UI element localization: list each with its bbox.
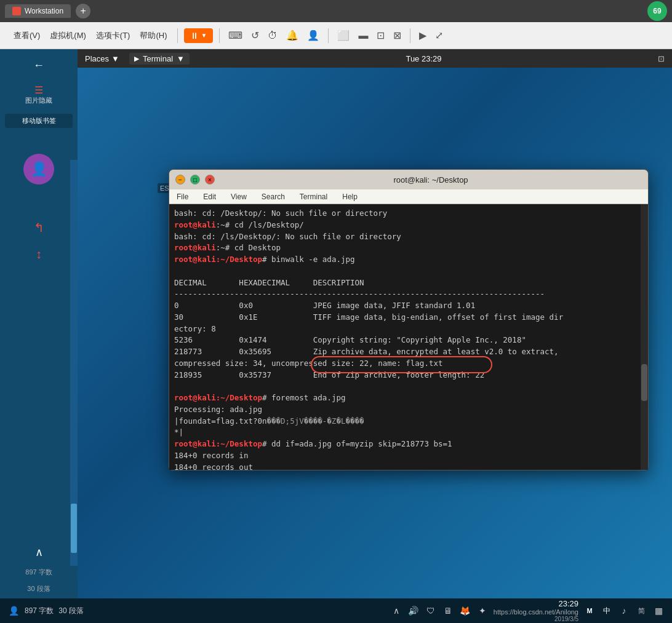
gnome-battery-icon: ⊡ bbox=[658, 54, 665, 63]
taskbar-word-count: 897 字数 bbox=[25, 606, 54, 616]
word-count-label: 897 字数 bbox=[25, 568, 52, 577]
taskbar-star-icon[interactable]: ✦ bbox=[476, 605, 489, 617]
gnome-left-group: Places ▼ ▶ Terminal ▼ bbox=[85, 53, 190, 65]
up-arrow-icon: ∧ bbox=[35, 546, 43, 558]
menu-edit[interactable]: Edit bbox=[201, 191, 218, 202]
tab-title: Workstation bbox=[25, 7, 63, 15]
taskbar-arrow-up[interactable]: ∧ bbox=[390, 605, 402, 617]
maximize-button[interactable]: □ bbox=[190, 175, 200, 185]
terminal-window: − □ × root@kali: ~/Desktop File Edit Vie… bbox=[169, 169, 649, 470]
close-button[interactable]: × bbox=[205, 175, 215, 185]
window3-icon[interactable]: ⊠ bbox=[391, 27, 404, 44]
terminal-output[interactable]: bash: cd: /Desktop/: No such file or dir… bbox=[169, 204, 648, 470]
top-label: 图片隐藏 bbox=[11, 96, 66, 105]
no-icon: ↕ bbox=[36, 247, 42, 261]
sidebar-share[interactable]: ↰ bbox=[5, 216, 73, 239]
sidebar-up-arrow[interactable]: ∧ bbox=[5, 542, 73, 563]
snapshot3-icon[interactable]: 🔔 bbox=[284, 27, 301, 44]
expand-icon[interactable]: ⤢ bbox=[433, 27, 446, 44]
taskbar-simple-label[interactable]: 简 bbox=[635, 605, 647, 617]
help-menu[interactable]: 帮助(H) bbox=[136, 28, 170, 44]
taskbar: 👤 897 字数 30 段落 ∧ 🔊 🛡 🖥 🦊 ✦ 23:29 https:/… bbox=[0, 598, 672, 623]
window-icon[interactable]: ▬ bbox=[356, 28, 370, 44]
user-avatar: 👤 bbox=[23, 154, 54, 185]
snapshot2-icon[interactable]: ⏱ bbox=[265, 28, 280, 44]
terminal-menubar: File Edit View Search Terminal Help bbox=[169, 189, 648, 204]
menu-terminal[interactable]: Terminal bbox=[297, 191, 330, 202]
vm-menu[interactable]: 虚拟机(M) bbox=[46, 28, 90, 44]
taskbar-shield-icon[interactable]: 🛡 bbox=[425, 605, 437, 617]
gnome-top-panel: Places ▼ ▶ Terminal ▼ Tue 23:29 ⊡ bbox=[78, 49, 672, 68]
separator bbox=[177, 28, 178, 43]
terminal-button[interactable]: ▶ Terminal ▼ bbox=[129, 53, 190, 65]
taskbar-monitor-icon[interactable]: 🖥 bbox=[442, 605, 454, 617]
options-menu[interactable]: 选项卡(T) bbox=[92, 28, 134, 44]
taskbar-volume-icon[interactable]: 🔊 bbox=[407, 605, 420, 617]
window2-icon[interactable]: ⊡ bbox=[374, 27, 387, 44]
sidebar-back[interactable]: ← bbox=[5, 55, 73, 76]
share-icon: ↰ bbox=[34, 221, 44, 234]
sidebar-mobile-btn[interactable]: 移动版书签 bbox=[5, 114, 73, 128]
desktop-area: Places ▼ ▶ Terminal ▼ Tue 23:29 ⊡ ESR − … bbox=[78, 49, 672, 598]
taskbar-time: 23:29 bbox=[558, 599, 578, 608]
input-method-label: M bbox=[586, 607, 592, 614]
taskbar-url: https://blog.csdn.net/Anilong bbox=[494, 608, 578, 616]
taskbar-grid-icon[interactable]: ▦ bbox=[652, 605, 665, 617]
terminal-arrow: ▼ bbox=[177, 54, 185, 63]
gnome-right-group: ⊡ bbox=[658, 54, 665, 63]
places-arrow: ▼ bbox=[111, 54, 119, 63]
terminal-prompt-icon: ▶ bbox=[134, 55, 139, 63]
menu-file[interactable]: File bbox=[174, 191, 191, 202]
fullscreen-icon[interactable]: ⬜ bbox=[335, 27, 352, 44]
taskbar-music[interactable]: ♪ bbox=[618, 605, 630, 617]
view-menu[interactable]: 查看(V) bbox=[10, 28, 44, 44]
taskbar-date: 2019/3/5 bbox=[554, 616, 578, 622]
terminal-titlebar: − □ × root@kali: ~/Desktop bbox=[169, 170, 648, 189]
para-count-label: 30 段落 bbox=[27, 584, 50, 593]
places-button[interactable]: Places ▼ bbox=[85, 54, 119, 63]
tab-icon bbox=[12, 7, 21, 15]
terminal-text: bash: cd: /Desktop/: No such file or dir… bbox=[174, 208, 643, 470]
menu-help[interactable]: Help bbox=[340, 191, 360, 202]
snapshot4-icon[interactable]: 👤 bbox=[305, 27, 322, 44]
pause-chevron: ▼ bbox=[201, 32, 207, 39]
sidebar-scrollbar[interactable] bbox=[70, 160, 78, 566]
new-tab-button[interactable]: + bbox=[76, 4, 90, 18]
taskbar-user-icon[interactable]: 👤 bbox=[7, 605, 20, 617]
taskbar-right: ∧ 🔊 🛡 🖥 🦊 ✦ 23:29 https://blog.csdn.net/… bbox=[390, 599, 665, 622]
taskbar-lang-cn[interactable]: 中 bbox=[601, 605, 613, 617]
terminal-title: root@kali: ~/Desktop bbox=[220, 175, 642, 185]
gnome-datetime: Tue 23:29 bbox=[406, 54, 441, 63]
pause-icon: ⏸ bbox=[190, 31, 199, 41]
lang-cn-label: 中 bbox=[603, 606, 610, 616]
vmware-toolbar: 查看(V) 虚拟机(M) 选项卡(T) 帮助(H) ⏸ ▼ ⌨ ↺ ⏱ 🔔 👤 … bbox=[0, 22, 672, 49]
green-badge: 69 bbox=[647, 1, 667, 21]
pause-button[interactable]: ⏸ ▼ bbox=[184, 28, 214, 43]
places-label: Places bbox=[85, 54, 109, 63]
terminal-icon[interactable]: ▶ bbox=[417, 27, 429, 44]
sidebar: ← ☰ 图片隐藏 移动版书签 👤 ↰ ↕ ∧ 897 字数 30 段落 bbox=[0, 49, 78, 598]
terminal-label: Terminal bbox=[143, 54, 173, 63]
snapshot-icon[interactable]: ↺ bbox=[249, 27, 262, 44]
menu-search[interactable]: Search bbox=[259, 191, 287, 202]
browser-chrome: Workstation + 69 bbox=[0, 0, 672, 22]
taskbar-para-count: 30 段落 bbox=[58, 606, 84, 616]
datetime-display: Tue 23:29 bbox=[406, 54, 441, 63]
minimize-button[interactable]: − bbox=[175, 175, 185, 185]
sidebar-no[interactable]: ↕ bbox=[5, 244, 73, 265]
separator4 bbox=[410, 28, 410, 43]
sidebar-bookmark[interactable]: ☰ 图片隐藏 bbox=[5, 81, 73, 109]
sidebar-scrollbar-thumb bbox=[71, 504, 77, 553]
menu-view[interactable]: View bbox=[228, 191, 249, 202]
simple-label: 简 bbox=[638, 606, 645, 616]
taskbar-fox-icon[interactable]: 🦊 bbox=[459, 605, 471, 617]
terminal-scrollbar-thumb bbox=[641, 364, 647, 401]
taskbar-left: 👤 897 字数 30 段落 bbox=[7, 605, 84, 617]
taskbar-input-method[interactable]: M bbox=[583, 605, 596, 617]
send-input-icon[interactable]: ⌨ bbox=[226, 27, 245, 44]
browser-tab[interactable]: Workstation bbox=[5, 4, 71, 18]
separator3 bbox=[328, 28, 329, 43]
terminal-scrollbar[interactable] bbox=[641, 204, 648, 470]
separator2 bbox=[219, 28, 220, 43]
